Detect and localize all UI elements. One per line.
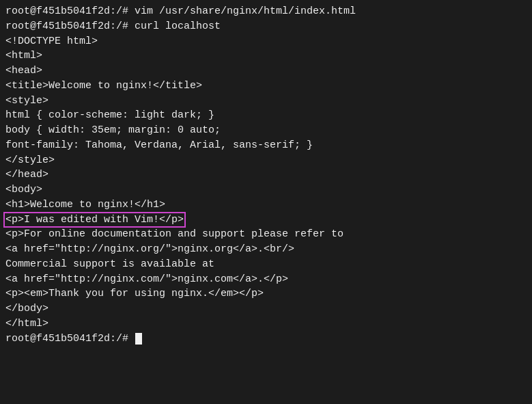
terminal-line: <p>I was edited with Vim!</p> — [5, 213, 527, 228]
terminal-line: <title>Welcome to nginx!</title> — [5, 79, 527, 94]
terminal-line: <a href="http://nginx.org/">nginx.org</a… — [5, 242, 527, 257]
terminal-line: font-family: Tahoma, Verdana, Arial, san… — [5, 138, 527, 153]
terminal-line: root@f451b5041f2d:/# vim /usr/share/ngin… — [5, 4, 527, 19]
terminal-line: <style> — [5, 94, 527, 109]
terminal-content: root@f451b5041f2d:/# vim /usr/share/ngin… — [5, 4, 527, 346]
terminal-line: </html> — [5, 317, 527, 332]
terminal-line: <html> — [5, 49, 527, 64]
terminal-line: </head> — [5, 167, 527, 183]
terminal-line: Commercial support is available at — [5, 257, 527, 272]
terminal-line: <h1>Welcome to nginx!</h1> — [5, 198, 527, 213]
terminal-line: </body> — [5, 301, 527, 317]
terminal-line: <html> — [5, 49, 527, 64]
terminal-line: root@f451b5041f2d:/# curl localhost — [5, 19, 527, 34]
terminal-line: root@f451b5041f2d:/# curl localhost — [5, 19, 527, 34]
terminal-line: <head> — [5, 64, 527, 79]
terminal-line: <!DOCTYPE html> — [5, 34, 527, 49]
terminal-line: <head> — [5, 64, 527, 79]
terminal-line: <style> — [5, 94, 527, 109]
terminal-line: <p>For online documentation and support … — [5, 227, 527, 242]
highlight-box: <p>I was edited with Vim!</p> — [5, 214, 184, 226]
terminal-line: body { width: 35em; margin: 0 auto; — [5, 123, 527, 138]
terminal-line: font-family: Tahoma, Verdana, Arial, san… — [5, 138, 527, 153]
terminal-line: Commercial support is available at — [5, 257, 527, 272]
terminal-line: </body> — [5, 301, 527, 317]
terminal-line: </head> — [5, 167, 527, 183]
terminal-cursor — [135, 333, 142, 345]
highlighted-line: <p>I was edited with Vim!</p> — [5, 213, 527, 228]
terminal-line: html { color-scheme: light dark; } — [5, 108, 527, 123]
terminal-line: <title>Welcome to nginx!</title> — [5, 79, 527, 94]
terminal-line: root@f451b5041f2d:/# vim /usr/share/ngin… — [5, 4, 527, 19]
terminal-line: <h1>Welcome to nginx!</h1> — [5, 198, 527, 213]
terminal-line: <p>For online documentation and support … — [5, 227, 527, 242]
terminal-line: body { width: 35em; margin: 0 auto; — [5, 123, 527, 138]
terminal-line: <a href="http://nginx.org/">nginx.org</a… — [5, 242, 527, 257]
terminal-line: </html> — [5, 317, 527, 332]
terminal-line: <!DOCTYPE html> — [5, 34, 527, 49]
terminal-line: <p><em>Thank you for using nginx.</em></… — [5, 286, 527, 301]
terminal-line: root@f451b5041f2d:/# — [5, 332, 527, 347]
terminal-line: <p><em>Thank you for using nginx.</em></… — [5, 286, 527, 301]
terminal-line: <body> — [5, 183, 527, 198]
terminal-line: <a href="http://nginx.com/">nginx.com</a… — [5, 272, 527, 287]
terminal-line: </style> — [5, 153, 527, 168]
terminal-line: html { color-scheme: light dark; } — [5, 108, 527, 123]
terminal-window[interactable]: root@f451b5041f2d:/# vim /usr/share/ngin… — [0, 0, 532, 404]
terminal-line: </style> — [5, 153, 527, 168]
terminal-line: root@f451b5041f2d:/# — [5, 332, 527, 347]
terminal-line: <body> — [5, 183, 527, 198]
terminal-line: <a href="http://nginx.com/">nginx.com</a… — [5, 272, 527, 287]
